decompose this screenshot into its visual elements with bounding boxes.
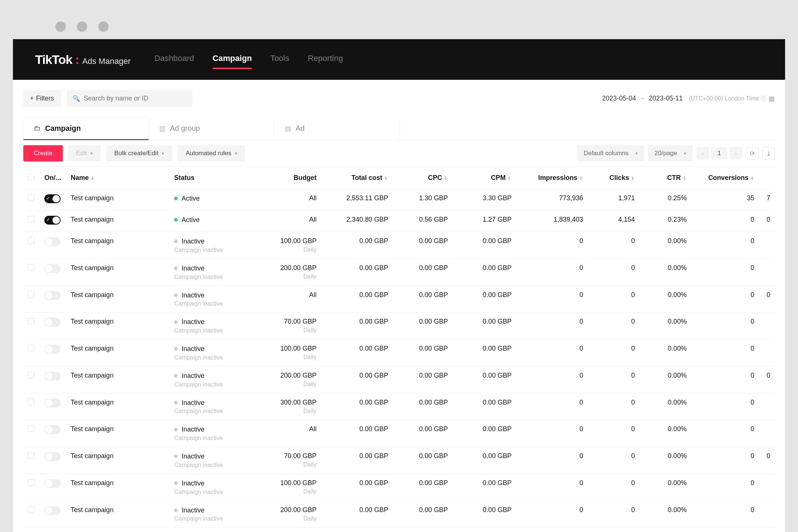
- nav-reporting[interactable]: Reporting: [308, 54, 343, 65]
- automated-rules-button[interactable]: Automated rules▾: [177, 145, 245, 161]
- row-checkbox[interactable]: [28, 399, 34, 405]
- campaign-name-link[interactable]: Test campaign: [71, 237, 113, 245]
- impressions-value: 0: [516, 232, 588, 259]
- row-checkbox[interactable]: [28, 291, 34, 298]
- budget-sub: Daily: [258, 408, 317, 415]
- info-icon[interactable]: i: [761, 96, 766, 101]
- row-checkbox[interactable]: [28, 425, 34, 432]
- header-status[interactable]: Status: [170, 167, 253, 189]
- campaign-name-link[interactable]: Test campaign: [71, 425, 113, 433]
- page-size-select[interactable]: 20/page▾: [648, 145, 693, 161]
- tab-campaign[interactable]: 🗀 Campaign: [23, 117, 149, 140]
- row-toggle[interactable]: [44, 237, 61, 246]
- header-ctr[interactable]: CTR: [640, 167, 691, 189]
- conversions-value: 35: [691, 189, 759, 211]
- campaign-name-link[interactable]: Test campaign: [71, 264, 113, 272]
- status-sub: Campaign inactive: [174, 247, 249, 253]
- campaign-name-link[interactable]: Test campaign: [71, 216, 113, 223]
- sort-icon: [90, 176, 95, 180]
- campaign-name-link[interactable]: Test campaign: [71, 452, 113, 460]
- campaign-name-link[interactable]: Test campaign: [71, 194, 113, 202]
- row-checkbox[interactable]: [28, 318, 34, 324]
- tab-ad-group[interactable]: ▥ Ad group: [149, 117, 274, 140]
- row-checkbox[interactable]: [28, 237, 34, 244]
- campaign-name-link[interactable]: Test campaign: [71, 479, 113, 487]
- header-impressions[interactable]: Impressions: [516, 167, 588, 189]
- header-total-cost[interactable]: Total cost: [321, 167, 393, 189]
- header-cpm[interactable]: CPM: [452, 167, 516, 189]
- campaign-name-link[interactable]: Test campaign: [71, 372, 113, 379]
- total-cost-value: 0.00 GBP: [321, 393, 393, 420]
- campaign-name-link[interactable]: Test campaign: [71, 291, 113, 299]
- status-text: Inactive: [181, 265, 204, 272]
- header-checkbox[interactable]: [23, 167, 40, 189]
- row-toggle[interactable]: [44, 399, 61, 407]
- row-toggle[interactable]: [44, 479, 61, 488]
- prev-page-button[interactable]: ‹: [696, 147, 709, 160]
- filters-button[interactable]: +Filters: [23, 90, 61, 107]
- row-checkbox[interactable]: [28, 264, 34, 271]
- row-toggle[interactable]: ✓: [44, 216, 61, 225]
- minimize-window-icon[interactable]: [77, 21, 87, 32]
- campaign-name-link[interactable]: Test campaign: [71, 506, 113, 514]
- row-checkbox[interactable]: [28, 506, 34, 513]
- row-toggle[interactable]: [44, 372, 61, 381]
- overflow-value: [759, 501, 775, 528]
- adgroup-icon: ▥: [159, 125, 166, 133]
- create-button[interactable]: Create: [23, 145, 63, 161]
- row-toggle[interactable]: [44, 425, 61, 434]
- search-box[interactable]: 🔍: [67, 90, 192, 107]
- ctr-value: 0.00%: [640, 286, 691, 313]
- row-toggle[interactable]: [44, 345, 61, 354]
- search-input[interactable]: [84, 95, 187, 102]
- row-checkbox[interactable]: [28, 345, 34, 351]
- cpm-value: 0.00 GBP: [452, 340, 516, 366]
- row-checkbox[interactable]: [28, 452, 34, 459]
- status-dot-icon: [174, 401, 178, 405]
- row-toggle[interactable]: ✓: [44, 194, 61, 203]
- date-range-picker[interactable]: 2023-05-04 ~ 2023-05-11: [602, 95, 683, 102]
- tab-ad[interactable]: ▤ Ad: [274, 117, 400, 140]
- header-cpc[interactable]: CPC: [393, 167, 453, 189]
- row-checkbox[interactable]: [28, 216, 34, 222]
- calendar-icon[interactable]: ▦: [768, 95, 775, 103]
- nav-dashboard[interactable]: Dashboard: [154, 54, 194, 65]
- table-header-row: On/... Name Status Budget Total cost CPC…: [23, 167, 775, 189]
- header-conversions[interactable]: Conversions: [691, 167, 759, 189]
- row-checkbox[interactable]: [28, 194, 34, 201]
- row-toggle[interactable]: [44, 506, 61, 515]
- row-toggle[interactable]: [44, 291, 61, 300]
- header-budget[interactable]: Budget: [253, 167, 321, 189]
- page-number[interactable]: 1: [711, 147, 727, 160]
- row-toggle[interactable]: [44, 264, 61, 273]
- conversions-value: 0: [691, 232, 759, 259]
- header-onoff[interactable]: On/...: [40, 167, 66, 189]
- ctr-value: 0.00%: [640, 313, 691, 340]
- close-window-icon[interactable]: [55, 21, 66, 32]
- row-toggle[interactable]: [44, 318, 61, 327]
- columns-select[interactable]: Default columns▾: [577, 145, 644, 161]
- bulk-create-edit-button[interactable]: Bulk create/Edit▾: [106, 145, 172, 161]
- budget-sub: Daily: [258, 381, 317, 388]
- edit-button[interactable]: Edit▾: [68, 145, 101, 161]
- budget-sub: Daily: [258, 515, 317, 522]
- nav-tools[interactable]: Tools: [270, 54, 289, 65]
- refresh-button[interactable]: ⟳: [746, 147, 758, 160]
- campaign-name-link[interactable]: Test campaign: [71, 399, 113, 406]
- clicks-value: 0: [588, 528, 640, 532]
- campaign-name-link[interactable]: Test campaign: [71, 318, 113, 325]
- export-button[interactable]: ⤓: [762, 147, 775, 160]
- status-dot-icon: [174, 266, 178, 270]
- next-page-button[interactable]: ›: [730, 147, 742, 160]
- row-checkbox[interactable]: [28, 372, 34, 378]
- conversions-value: 0: [691, 474, 759, 501]
- nav-campaign[interactable]: Campaign: [212, 54, 252, 65]
- header-name[interactable]: Name: [66, 167, 170, 189]
- maximize-window-icon[interactable]: [98, 21, 109, 32]
- row-checkbox[interactable]: [28, 479, 34, 486]
- cpc-value: 0.56 GBP: [393, 211, 453, 232]
- row-toggle[interactable]: [44, 452, 61, 461]
- campaign-name-link[interactable]: Test campaign: [71, 345, 113, 352]
- header-clicks[interactable]: Clicks: [588, 167, 640, 189]
- header-overflow: [759, 167, 775, 189]
